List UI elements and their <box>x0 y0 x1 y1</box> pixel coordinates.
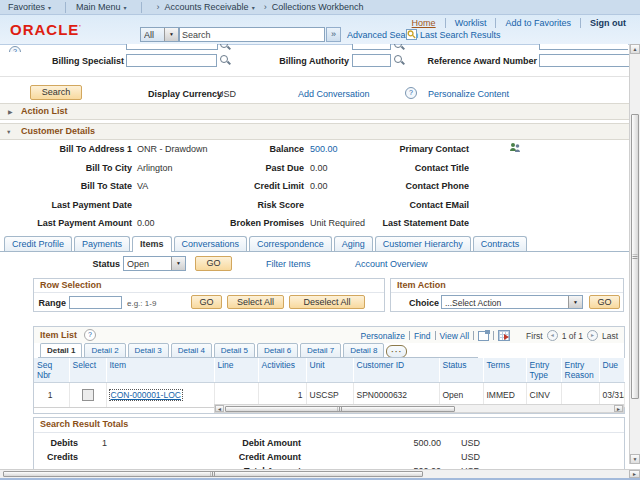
reference-award-number-input[interactable] <box>539 54 632 67</box>
chevron-down-icon[interactable]: ▼ <box>568 296 582 308</box>
download-to-excel-icon[interactable] <box>498 330 510 341</box>
detail-tab-6[interactable]: Detail 6 <box>257 343 298 358</box>
column-header-activities[interactable]: Activities <box>258 358 306 383</box>
action-list-section[interactable]: ▶ Action List <box>0 103 629 120</box>
main-menu[interactable]: Main Menu <box>76 2 121 12</box>
add-to-favorites-link[interactable]: Add to Favorites <box>505 18 571 28</box>
item-list-help-icon[interactable]: ? <box>84 329 96 341</box>
favorites-menu[interactable]: Favorites <box>8 2 45 12</box>
divider <box>580 18 581 28</box>
tab-payments[interactable]: Payments <box>74 236 130 251</box>
divider <box>445 18 446 28</box>
scroll-right-icon[interactable]: ► <box>629 470 640 478</box>
choice-label: Choice <box>397 298 439 308</box>
clipped-input[interactable] <box>352 44 391 50</box>
column-header-select[interactable]: Select <box>69 358 106 383</box>
vertical-scrollbar-thumb[interactable] <box>631 114 639 399</box>
lookup-icon[interactable] <box>394 44 405 51</box>
select-all-button[interactable]: Select All <box>227 295 284 309</box>
personalize-link[interactable]: Personalize <box>361 331 405 341</box>
customer-details-section[interactable]: ▼ Customer Details <box>0 123 629 140</box>
tab-credit-profile[interactable]: Credit Profile <box>4 236 72 251</box>
global-search-input[interactable] <box>179 27 325 42</box>
filter-items-link[interactable]: Filter Items <box>266 259 311 269</box>
chevron-down-icon[interactable]: ▼ <box>164 28 178 41</box>
item-action-select[interactable]: ...Select Action ▼ <box>441 295 583 309</box>
search-button[interactable]: Search <box>30 85 82 100</box>
pager-last-label[interactable]: Last <box>602 331 618 341</box>
tab-aging[interactable]: Aging <box>334 236 373 251</box>
balance-label: Balance <box>160 144 304 154</box>
pager-first-label[interactable]: First <box>526 331 543 341</box>
scroll-down-icon[interactable]: ▼ <box>630 454 640 464</box>
column-header-status[interactable]: Status <box>439 358 483 383</box>
add-conversation-link[interactable]: Add Conversation <box>298 89 370 99</box>
view-all-link[interactable]: View All <box>440 331 470 341</box>
status-go-button[interactable]: GO <box>195 256 232 271</box>
personalize-content-link[interactable]: Personalize Content <box>428 89 509 99</box>
column-header-unit[interactable]: Unit <box>306 358 353 383</box>
pager-next-icon[interactable]: ► <box>587 330 598 341</box>
table-scrollbar-thumb[interactable] <box>225 406 455 412</box>
detail-tab-4[interactable]: Detail 4 <box>171 343 212 358</box>
breadcrumb-separator-icon: › <box>264 2 267 12</box>
scroll-left-icon[interactable]: ◄ <box>215 405 224 412</box>
account-overview-link[interactable]: Account Overview <box>355 259 428 269</box>
detail-tab-8[interactable]: Detail 8 <box>343 343 384 358</box>
home-link[interactable]: Home <box>412 18 436 28</box>
column-header-terms[interactable]: Terms <box>483 358 526 383</box>
status-select[interactable]: Open ▼ <box>123 256 186 271</box>
lookup-icon[interactable] <box>220 44 231 51</box>
column-header-seq-nbr[interactable]: Seq Nbr <box>34 358 69 383</box>
deselect-all-button[interactable]: Deselect All <box>289 295 365 309</box>
detail-tab-1[interactable]: Detail 1 <box>40 343 82 358</box>
sign-out-link[interactable]: Sign out <box>590 18 626 28</box>
page-scrollbar-thumb[interactable] <box>3 471 423 477</box>
tab-customer-hierarchy[interactable]: Customer Hierarchy <box>375 236 471 251</box>
clipped-input[interactable] <box>539 44 628 50</box>
billing-specialist-input[interactable] <box>126 54 217 67</box>
help-icon[interactable]: ? <box>405 87 417 99</box>
detail-tab-7[interactable]: Detail 7 <box>300 343 341 358</box>
column-header-entry-reason[interactable]: Entry Reason <box>561 358 599 383</box>
billing-authority-lookup-icon[interactable] <box>394 55 405 66</box>
scroll-up-icon[interactable]: ▲ <box>630 44 640 54</box>
contact-phone-label: Contact Phone <box>325 181 469 191</box>
tab-contracts[interactable]: Contracts <box>473 236 528 251</box>
column-header-item[interactable]: Item <box>106 358 214 383</box>
popup-window-icon[interactable] <box>478 331 489 341</box>
scroll-right-icon[interactable]: ► <box>614 405 623 412</box>
expanded-arrow-icon[interactable]: ▼ <box>6 129 11 135</box>
tab-items[interactable]: Items <box>132 236 172 252</box>
billing-specialist-lookup-icon[interactable] <box>220 55 231 66</box>
last-search-results-link[interactable]: Last Search Results <box>420 30 501 40</box>
item-action-go-button[interactable]: GO <box>589 295 620 309</box>
find-link[interactable]: Find <box>414 331 431 341</box>
billing-authority-input[interactable] <box>352 54 391 67</box>
tab-conversations[interactable]: Conversations <box>174 236 248 251</box>
column-header-customer-id[interactable]: Customer ID <box>353 358 439 383</box>
row-checkbox[interactable] <box>82 389 94 401</box>
pager-previous-icon[interactable]: ◄ <box>547 330 558 341</box>
detail-tab-5[interactable]: Detail 5 <box>214 343 255 358</box>
primary-contact-icon[interactable] <box>509 142 521 154</box>
collapsed-arrow-icon[interactable]: ▶ <box>8 108 13 115</box>
page-horizontal-scrollbar: ► <box>0 469 640 478</box>
help-icon[interactable]: ? <box>9 46 21 52</box>
column-header-entry-type[interactable]: Entry Type <box>526 358 561 383</box>
chevron-down-icon[interactable]: ▼ <box>171 257 185 270</box>
tab-correspondence[interactable]: Correspondence <box>249 236 332 251</box>
detail-tab-2[interactable]: Detail 2 <box>84 343 125 358</box>
range-input[interactable] <box>69 296 122 309</box>
worklist-link[interactable]: Worklist <box>455 18 487 28</box>
column-header-due[interactable]: Due <box>599 358 624 383</box>
breadcrumb-accounts-receivable[interactable]: Accounts Receivable <box>165 2 249 12</box>
search-go-button[interactable]: » <box>326 27 341 42</box>
detail-tab-3[interactable]: Detail 3 <box>128 343 169 358</box>
search-result-totals-title: Search Result Totals <box>40 419 128 429</box>
item-link[interactable]: CON-000001-LOC <box>110 390 182 400</box>
range-go-button[interactable]: GO <box>191 295 222 309</box>
search-scope-select[interactable]: All ▼ <box>140 27 179 42</box>
clipped-input[interactable] <box>126 44 218 50</box>
column-header-line[interactable]: Line <box>214 358 258 383</box>
